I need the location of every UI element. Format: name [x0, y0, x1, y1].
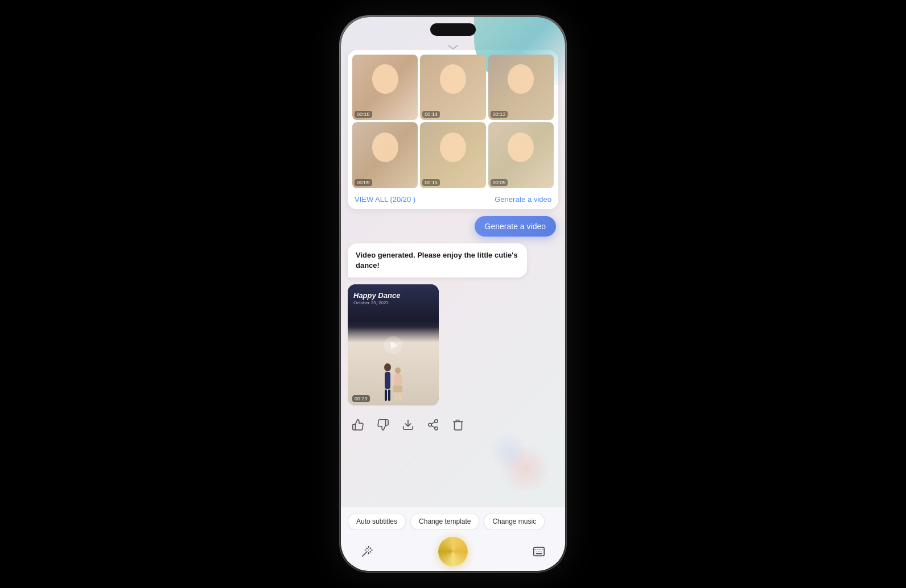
- play-overlay[interactable]: [384, 336, 402, 354]
- photo-grid: 00:18 00:14 00:13: [352, 55, 554, 188]
- child-pants: [393, 386, 402, 392]
- action-chips: Auto subtitles Change template Change mu…: [348, 513, 558, 530]
- adult-body: [385, 372, 390, 389]
- photo-grid-actions: VIEW ALL (20/20 ) Generate a video: [352, 193, 554, 205]
- thumbs-down-button[interactable]: [375, 417, 391, 433]
- child-legs: [395, 393, 401, 401]
- download-button[interactable]: [400, 417, 416, 433]
- auto-subtitles-chip[interactable]: Auto subtitles: [348, 513, 406, 530]
- phone-notch: [341, 17, 565, 42]
- thumb-timestamp-3: 00:13: [491, 111, 508, 118]
- keyboard-button[interactable]: [529, 541, 549, 562]
- play-triangle-icon: [391, 341, 398, 349]
- user-message-wrap: Generate a video: [348, 216, 558, 237]
- chat-scroll[interactable]: 00:18 00:14 00:13: [341, 50, 565, 507]
- photo-thumb-1[interactable]: 00:18: [352, 55, 418, 120]
- adult-head: [384, 363, 391, 371]
- thumb-timestamp-4: 00:09: [355, 179, 372, 186]
- child-figure: [393, 367, 402, 401]
- phone-inner: 00:18 00:14 00:13: [341, 17, 565, 571]
- phone-screen: 00:18 00:14 00:13: [341, 17, 565, 571]
- bottom-nav: [348, 537, 558, 566]
- view-all-link[interactable]: VIEW ALL (20/20 ): [355, 195, 415, 204]
- photo-thumb-6[interactable]: 00:05: [488, 122, 554, 188]
- wand-button[interactable]: [357, 541, 377, 562]
- photo-grid-card: 00:18 00:14 00:13: [348, 50, 558, 209]
- bg-blob-blue: [485, 434, 531, 469]
- thumbs-up-button[interactable]: [350, 417, 366, 433]
- adult-figure: [384, 363, 391, 401]
- video-preview: Happy Dance October 25, 2023: [348, 284, 439, 405]
- delete-button[interactable]: [450, 417, 466, 433]
- thumb-timestamp-1: 00:18: [355, 111, 372, 118]
- action-icons-row: [348, 412, 558, 435]
- generate-link[interactable]: Generate a video: [495, 195, 551, 204]
- photo-thumb-4[interactable]: 00:09: [352, 122, 418, 188]
- adult-leg-right: [388, 390, 390, 401]
- thumb-timestamp-5: 00:15: [422, 179, 440, 186]
- photo-thumb-2[interactable]: 00:14: [420, 55, 485, 120]
- svg-line-4: [431, 426, 435, 428]
- photo-thumb-3[interactable]: 00:13: [488, 55, 554, 120]
- video-card[interactable]: Happy Dance October 25, 2023: [348, 284, 439, 405]
- camera-pill: [430, 23, 476, 36]
- figures-container: [384, 363, 402, 401]
- svg-line-5: [431, 422, 435, 424]
- video-title-overlay: Happy Dance October 25, 2023: [353, 291, 400, 305]
- phone-device: 00:18 00:14 00:13: [339, 15, 567, 573]
- video-date-text: October 25, 2023: [353, 300, 400, 305]
- child-leg-right: [399, 393, 401, 401]
- change-music-chip[interactable]: Change music: [484, 513, 545, 530]
- video-timestamp: 00:20: [352, 395, 370, 402]
- adult-legs: [385, 390, 390, 401]
- ai-message-bubble: Video generated. Please enjoy the little…: [348, 243, 527, 278]
- bottom-toolbar: Auto subtitles Change template Change mu…: [341, 507, 565, 571]
- share-button[interactable]: [425, 417, 441, 433]
- change-template-chip[interactable]: Change template: [410, 513, 479, 530]
- thumb-timestamp-2: 00:14: [422, 111, 440, 118]
- home-orb-button[interactable]: [438, 537, 468, 566]
- user-generate-button[interactable]: Generate a video: [475, 216, 556, 237]
- child-leg-left: [395, 393, 397, 401]
- photo-thumb-5[interactable]: 00:15: [420, 122, 485, 188]
- child-head: [395, 367, 401, 374]
- bg-blob-pink: [497, 446, 554, 491]
- video-title-text: Happy Dance: [353, 291, 400, 300]
- adult-leg-left: [385, 390, 387, 401]
- thumb-timestamp-6: 00:05: [491, 179, 508, 186]
- child-body: [394, 374, 402, 386]
